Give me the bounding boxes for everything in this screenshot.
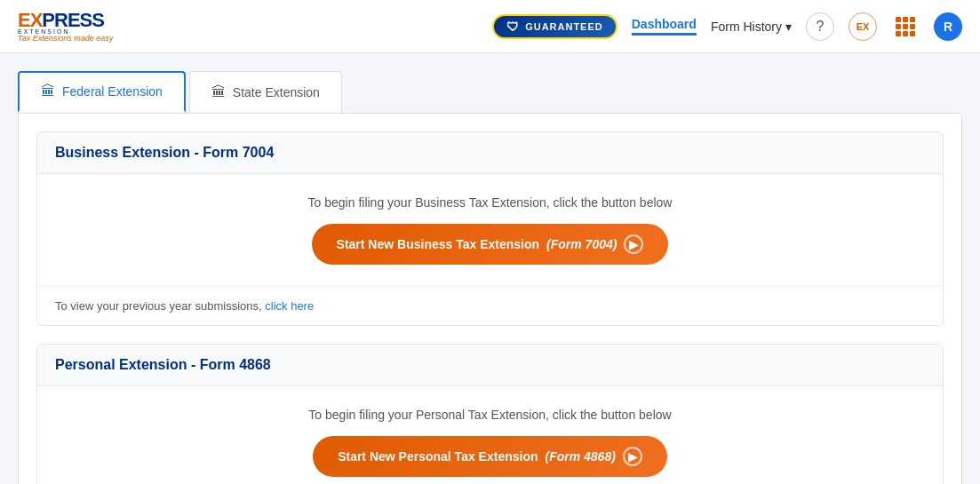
logo: EXPRESS EXTENSION Tax Extensions made ea… (18, 11, 113, 43)
apps-grid-icon (894, 15, 917, 38)
guaranteed-text: GUARANTEED (525, 21, 603, 32)
personal-card-title: Personal Extension - Form 4868 (55, 357, 925, 373)
personal-button-label: Start New Personal Tax Extension (338, 449, 538, 464)
personal-extension-card: Personal Extension - Form 4868 To begin … (36, 344, 944, 484)
logo-tagline: Tax Extensions made easy (18, 35, 113, 43)
chevron-down-icon: ▾ (785, 20, 792, 34)
personal-card-body: To begin filing your Personal Tax Extens… (37, 386, 943, 484)
logo-text: EXPRESS (18, 11, 113, 30)
apps-button[interactable] (891, 12, 920, 41)
guaranteed-badge: 🛡 GUARANTEED (492, 14, 617, 39)
tab-state[interactable]: 🏛 State Extension (189, 71, 342, 113)
business-button-form: (Form 7004) (546, 237, 617, 251)
personal-button-arrow-icon: ▶ (623, 447, 642, 466)
business-card-description: To begin filing your Business Tax Extens… (59, 195, 921, 210)
personal-card-description: To begin filing your Personal Tax Extens… (59, 408, 921, 422)
personal-button-form: (Form 4868) (546, 449, 616, 464)
personal-card-header: Personal Extension - Form 4868 (37, 345, 943, 386)
state-tab-label: State Extension (233, 85, 320, 99)
shield-icon: 🛡 (506, 20, 520, 34)
business-button-label: Start New Business Tax Extension (337, 237, 539, 251)
form-history-label: Form History (711, 20, 782, 34)
business-card-body: To begin filing your Business Tax Extens… (37, 174, 943, 286)
business-prev-row: To view your previous year submissions, … (37, 286, 943, 325)
business-card-header: Business Extension - Form 7004 (37, 132, 943, 174)
federal-tab-label: Federal Extension (62, 84, 163, 99)
business-extension-card: Business Extension - Form 7004 To begin … (36, 131, 944, 326)
dashboard-nav[interactable]: Dashboard (632, 17, 697, 36)
start-business-extension-button[interactable]: Start New Business Tax Extension (Form 7… (312, 224, 669, 265)
form-history-nav[interactable]: Form History ▾ (711, 20, 792, 34)
app-header: EXPRESS EXTENSION Tax Extensions made ea… (0, 0, 980, 53)
business-prev-text: To view your previous year submissions, (55, 299, 265, 313)
business-button-arrow-icon: ▶ (624, 234, 643, 254)
help-button[interactable]: ? (806, 12, 834, 41)
user-avatar[interactable]: R (934, 12, 962, 41)
state-tab-icon: 🏛 (211, 84, 226, 100)
tab-federal[interactable]: 🏛 Federal Extension (18, 71, 186, 113)
start-personal-extension-button[interactable]: Start New Personal Tax Extension (Form 4… (313, 436, 667, 477)
business-card-title: Business Extension - Form 7004 (55, 145, 925, 161)
efile-button[interactable]: EX (849, 12, 877, 41)
efile-icon: EX (857, 21, 870, 32)
question-mark-icon: ? (817, 19, 825, 35)
business-click-here-link[interactable]: click here (265, 299, 314, 313)
tab-content-federal: Business Extension - Form 7004 To begin … (18, 113, 962, 484)
federal-tab-icon: 🏛 (41, 83, 55, 99)
main-content: 🏛 Federal Extension 🏛 State Extension Bu… (0, 53, 980, 484)
extension-tabs: 🏛 Federal Extension 🏛 State Extension (18, 71, 962, 113)
